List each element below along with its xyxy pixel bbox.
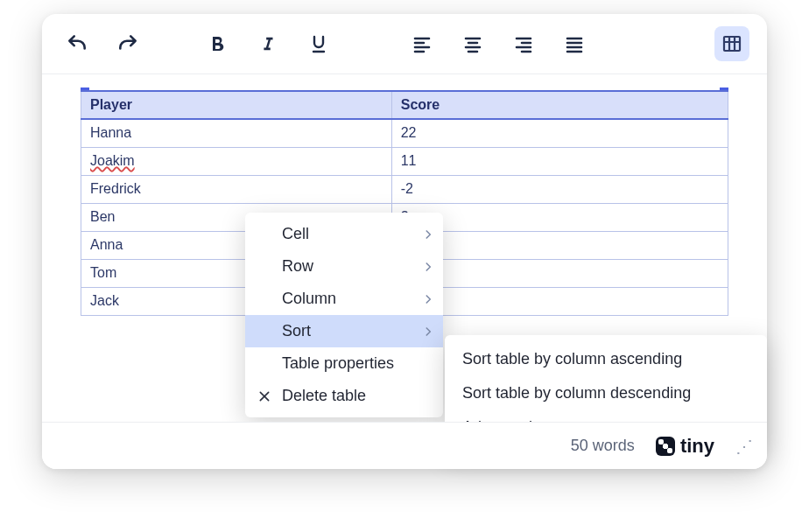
- chevron-right-icon: [422, 261, 434, 273]
- column-header-score[interactable]: Score: [391, 91, 728, 119]
- align-justify-icon: [564, 33, 585, 54]
- status-bar: 50 words tiny ⋰: [42, 422, 767, 469]
- undo-icon: [66, 32, 88, 55]
- bold-button[interactable]: [200, 26, 235, 61]
- align-right-icon: [513, 33, 534, 54]
- undo-button[interactable]: [60, 26, 95, 61]
- column-header-player[interactable]: Player: [81, 91, 392, 119]
- menu-item-sort-desc[interactable]: Sort table by column descending: [445, 376, 767, 410]
- editor-window: Player Score Hanna 22 Joakim 11 Fredrick…: [42, 14, 767, 469]
- table-row[interactable]: Fredrick -2: [81, 175, 728, 203]
- menu-item-label: Sort table by column descending: [462, 384, 691, 402]
- menu-item-label: Row: [282, 257, 313, 276]
- align-center-button[interactable]: [455, 26, 490, 61]
- toolbar: [42, 14, 767, 74]
- cell-player[interactable]: Fredrick: [81, 175, 392, 203]
- chevron-right-icon: [422, 228, 434, 241]
- svg-rect-0: [724, 37, 740, 51]
- menu-item-table-properties[interactable]: Table properties: [245, 347, 443, 380]
- cell-score[interactable]: 11: [391, 147, 728, 175]
- menu-item-label: Cell: [282, 225, 309, 243]
- table-button[interactable]: [714, 26, 749, 61]
- italic-icon: [258, 34, 278, 53]
- editor-content[interactable]: Player Score Hanna 22 Joakim 11 Fredrick…: [42, 74, 767, 433]
- spellcheck-flag: Joakim: [90, 153, 135, 168]
- menu-item-label: Column: [282, 290, 336, 308]
- word-count[interactable]: 50 words: [571, 437, 635, 455]
- context-menu: Cell Row Column Sort: [245, 213, 443, 417]
- table-header-row: Player Score: [81, 91, 728, 119]
- align-left-icon: [412, 33, 433, 54]
- align-right-button[interactable]: [506, 26, 541, 61]
- brand-name: tiny: [680, 435, 714, 458]
- redo-button[interactable]: [110, 26, 145, 61]
- align-left-button[interactable]: [404, 26, 440, 61]
- menu-item-cell[interactable]: Cell: [245, 218, 443, 250]
- brand-logo-icon: [656, 437, 675, 456]
- menu-item-row[interactable]: Row: [245, 250, 443, 283]
- table-icon: [721, 33, 742, 54]
- align-justify-button[interactable]: [557, 26, 592, 61]
- cell-score[interactable]: -2: [391, 175, 728, 203]
- menu-item-sort-asc[interactable]: Sort table by column ascending: [445, 342, 767, 376]
- menu-item-delete-table[interactable]: Delete table: [245, 380, 443, 412]
- cell-player[interactable]: Hanna: [81, 119, 392, 147]
- menu-item-label: Sort table by column ascending: [462, 350, 682, 368]
- cell-player[interactable]: Joakim: [81, 147, 392, 175]
- menu-item-label: Sort: [282, 322, 311, 340]
- underline-icon: [308, 33, 329, 54]
- menu-item-sort[interactable]: Sort: [245, 315, 443, 347]
- underline-button[interactable]: [301, 26, 336, 61]
- table-row[interactable]: Joakim 11: [81, 147, 728, 175]
- italic-button[interactable]: [250, 26, 285, 61]
- menu-item-column[interactable]: Column: [245, 283, 443, 315]
- resize-handle[interactable]: ⋰: [735, 436, 749, 457]
- bold-icon: [207, 33, 228, 54]
- chevron-right-icon: [422, 293, 434, 305]
- close-icon: [257, 389, 271, 403]
- align-center-icon: [462, 33, 483, 54]
- redo-icon: [116, 32, 139, 55]
- table-row[interactable]: Hanna 22: [81, 119, 728, 147]
- brand: tiny: [656, 435, 714, 458]
- menu-item-label: Table properties: [282, 354, 394, 373]
- chevron-right-icon: [422, 326, 434, 338]
- cell-score[interactable]: 22: [391, 119, 728, 147]
- menu-item-label: Delete table: [282, 387, 366, 405]
